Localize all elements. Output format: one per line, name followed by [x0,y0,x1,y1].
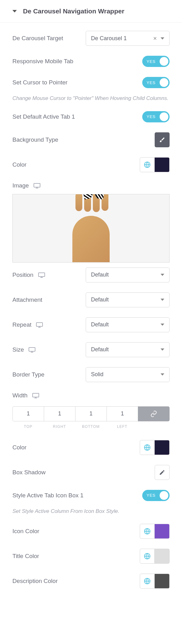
global-color-button-desc[interactable] [140,574,155,589]
width-top-input[interactable] [12,406,44,421]
style-active-label: Style Active Tab Icon Box 1 [12,492,84,499]
desktop-icon[interactable] [33,183,41,188]
border-type-select[interactable]: Solid [86,367,170,382]
title-color-row: Title Color [12,544,170,569]
position-select[interactable]: Default [86,268,170,282]
title-color-label: Title Color [12,553,39,560]
width-label-row: Width [12,387,170,404]
desktop-icon[interactable] [36,322,43,328]
color-label-1: Color [12,161,26,168]
image-preview[interactable] [12,194,170,263]
icon-color-row: Icon Color [12,519,170,544]
link-values-button[interactable] [138,406,170,421]
width-right-input[interactable] [44,406,75,421]
background-type-button[interactable] [155,132,170,147]
image-label-row: Image [12,177,170,194]
repeat-row: Repeat Default [12,312,170,337]
size-select[interactable]: Default [86,342,170,357]
global-color-button-1[interactable] [140,157,155,172]
border-type-label: Border Type [12,371,44,378]
carousel-target-select[interactable]: De Carousel 1 × [86,31,170,46]
caret-down-icon [12,10,17,12]
size-row: Size Default [12,337,170,362]
chevron-down-icon [161,299,164,301]
default-active-toggle[interactable]: YES [142,111,170,122]
desktop-icon[interactable] [32,393,39,398]
svg-rect-2 [39,273,45,277]
svg-rect-1 [34,183,40,187]
title-color-swatch[interactable] [155,549,170,564]
icon-color-label: Icon Color [12,528,39,535]
style-active-toggle[interactable]: YES [142,490,170,501]
pencil-icon [159,469,165,476]
attachment-row: Attachment Default [12,287,170,312]
position-row: Position Default [12,263,170,287]
background-type-label: Background Type [12,136,58,143]
globe-icon [144,578,151,585]
desktop-icon[interactable] [38,272,45,278]
global-color-button-title[interactable] [140,549,155,564]
repeat-select[interactable]: Default [86,317,170,332]
cursor-pointer-label: Set Cursor to Pointer [12,79,67,86]
attachment-label: Attachment [12,296,42,303]
description-color-swatch[interactable] [155,574,170,589]
chevron-down-icon [161,324,164,326]
cursor-pointer-row: Set Cursor to Pointer YES [12,72,170,93]
background-type-row: Background Type [12,127,170,152]
section-title: De Carousel Navigation Wrapper [23,7,124,15]
svg-rect-5 [33,393,39,397]
width-inputs: TOP RIGHT BOTTOM LEFT [12,406,170,429]
svg-rect-4 [29,348,35,351]
size-label: Size [12,346,24,353]
default-active-row: Set Default Active Tab 1 YES [12,106,170,127]
section-header[interactable]: De Carousel Navigation Wrapper [0,0,182,23]
color-swatch-1[interactable] [155,157,170,172]
responsive-mobile-label: Responsive Mobile Tab [12,58,73,65]
color-row-1: Color [12,152,170,177]
attachment-select[interactable]: Default [86,292,170,307]
box-shadow-label: Box Shadow [12,469,46,476]
width-left-input[interactable] [107,406,138,421]
position-label: Position [12,272,34,278]
style-active-hint: Set Style Active Column From Icon Box St… [12,506,170,519]
width-label: Width [12,392,28,399]
description-color-label: Description Color [12,578,58,585]
style-active-row: Style Active Tab Icon Box 1 YES [12,485,170,506]
desktop-icon[interactable] [28,347,36,353]
image-label: Image [12,182,29,189]
color-label-2: Color [12,444,26,451]
svg-rect-3 [36,323,43,326]
chevron-down-icon [161,37,164,40]
globe-icon [144,553,151,560]
color-row-2: Color [12,435,170,460]
image-thumbnail [69,197,113,259]
cursor-hint: Change Mouse Cursor to "Pointer" When Ho… [12,93,170,106]
box-shadow-row: Box Shadow [12,460,170,485]
responsive-mobile-toggle[interactable]: YES [142,56,170,67]
color-swatch-2[interactable] [155,440,170,455]
global-color-button-2[interactable] [140,440,155,455]
border-type-row: Border Type Solid [12,362,170,387]
chevron-down-icon [161,373,164,376]
carousel-target-row: De Carousel Target De Carousel 1 × [12,26,170,51]
icon-color-swatch[interactable] [155,524,170,539]
global-color-button-icon[interactable] [140,524,155,539]
responsive-mobile-row: Responsive Mobile Tab YES [12,51,170,72]
cursor-pointer-toggle[interactable]: YES [142,77,170,88]
repeat-label: Repeat [12,321,31,328]
width-bottom-input[interactable] [75,406,107,421]
default-active-label: Set Default Active Tab 1 [12,113,75,120]
globe-icon [144,444,151,451]
carousel-target-label: De Carousel Target [12,35,63,42]
chevron-down-icon [161,348,164,351]
link-icon [150,410,157,417]
globe-icon [144,161,151,168]
box-shadow-edit-button[interactable] [155,465,170,480]
description-color-row: Description Color [12,569,170,594]
chevron-down-icon [161,274,164,276]
brush-icon [159,137,165,143]
globe-icon [144,528,151,535]
clear-icon[interactable]: × [153,35,157,42]
